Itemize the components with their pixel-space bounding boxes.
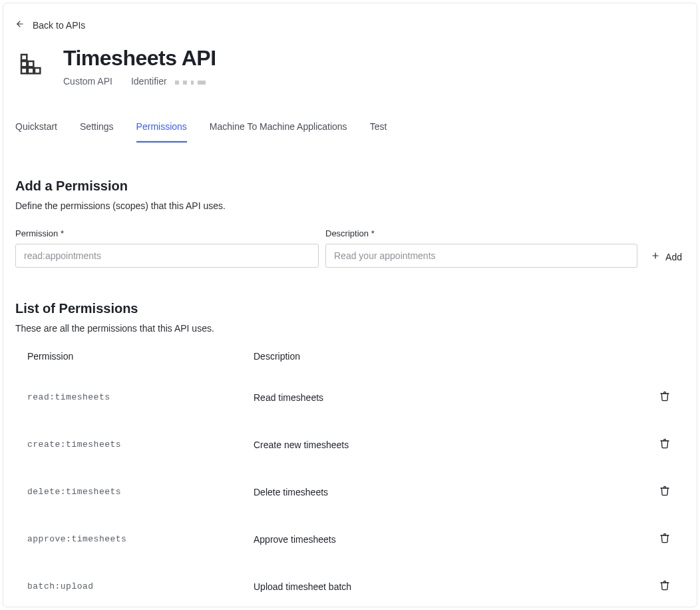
table-header: Permission Description xyxy=(15,351,685,374)
add-permission-title: Add a Permission xyxy=(15,178,685,194)
trash-icon xyxy=(659,394,670,404)
table-row: batch:upload Upload timesheet batch xyxy=(15,563,685,607)
permission-field-label: Permission * xyxy=(15,228,319,238)
tab-settings[interactable]: Settings xyxy=(80,117,114,142)
api-header: Timesheets API Custom API Identifier xyxy=(15,46,685,87)
add-permission-form: Permission * Description * Add xyxy=(15,228,685,268)
trash-icon xyxy=(659,583,670,593)
delete-permission-button[interactable] xyxy=(657,388,673,406)
permission-code: create:timesheets xyxy=(27,440,254,450)
permissions-table: Permission Description read:timesheets R… xyxy=(15,351,685,607)
list-permissions-subtitle: These are all the permissions that this … xyxy=(15,323,685,334)
svg-rect-2 xyxy=(21,61,27,67)
api-type-label: Custom API xyxy=(63,76,112,87)
svg-rect-3 xyxy=(28,61,33,67)
svg-rect-5 xyxy=(28,68,33,73)
add-button-label: Add xyxy=(665,252,682,262)
permission-description: Approve timesheets xyxy=(254,534,633,545)
trash-icon xyxy=(659,535,670,545)
page-title: Timesheets API xyxy=(63,46,216,71)
back-to-apis-link[interactable]: Back to APIs xyxy=(15,19,85,31)
svg-rect-4 xyxy=(21,68,27,73)
tab-permissions[interactable]: Permissions xyxy=(136,117,187,143)
permission-code: delete:timesheets xyxy=(27,487,254,497)
permission-code: read:timesheets xyxy=(27,392,254,402)
permission-code: batch:upload xyxy=(27,581,254,591)
delete-permission-button[interactable] xyxy=(657,483,673,501)
table-row: create:timesheets Create new timesheets xyxy=(15,421,685,468)
table-row: delete:timesheets Delete timesheets xyxy=(15,468,685,515)
api-meta: Custom API Identifier xyxy=(63,76,216,87)
tabs: Quickstart Settings Permissions Machine … xyxy=(15,117,685,143)
table-row: approve:timesheets Approve timesheets xyxy=(15,515,685,563)
arrow-left-icon xyxy=(15,19,25,31)
trash-icon xyxy=(659,441,670,451)
tab-test[interactable]: Test xyxy=(370,117,387,142)
list-permissions-title: List of Permissions xyxy=(15,301,685,316)
table-row: read:timesheets Read timesheets xyxy=(15,374,685,421)
description-input[interactable] xyxy=(325,244,637,268)
trash-icon xyxy=(659,488,670,498)
permission-description: Create new timesheets xyxy=(254,440,633,450)
permission-input[interactable] xyxy=(15,244,319,268)
permission-description: Delete timesheets xyxy=(254,487,633,497)
permission-description: Upload timesheet batch xyxy=(254,581,633,592)
col-header-permission: Permission xyxy=(27,351,254,362)
delete-permission-button[interactable] xyxy=(657,436,673,454)
api-identifier-value-redacted xyxy=(175,81,206,85)
svg-rect-1 xyxy=(21,55,27,60)
tab-m2m-applications[interactable]: Machine To Machine Applications xyxy=(210,117,347,142)
permission-code: approve:timesheets xyxy=(27,534,254,544)
api-identifier-label: Identifier xyxy=(131,76,167,87)
plus-icon xyxy=(651,251,660,262)
api-logo-icon xyxy=(15,49,47,81)
description-field-label: Description * xyxy=(325,228,637,238)
add-permission-subtitle: Define the permissions (scopes) that thi… xyxy=(15,200,685,211)
add-button[interactable]: Add xyxy=(644,246,685,268)
back-link-label: Back to APIs xyxy=(33,20,85,31)
delete-permission-button[interactable] xyxy=(657,530,673,548)
permission-description: Read timesheets xyxy=(254,392,633,403)
delete-permission-button[interactable] xyxy=(657,577,673,595)
tab-quickstart[interactable]: Quickstart xyxy=(15,117,57,142)
svg-rect-6 xyxy=(35,68,40,73)
page-container: Back to APIs Timesheets API Custom API I… xyxy=(3,3,697,607)
api-identifier: Identifier xyxy=(131,76,206,87)
col-header-description: Description xyxy=(254,351,633,362)
